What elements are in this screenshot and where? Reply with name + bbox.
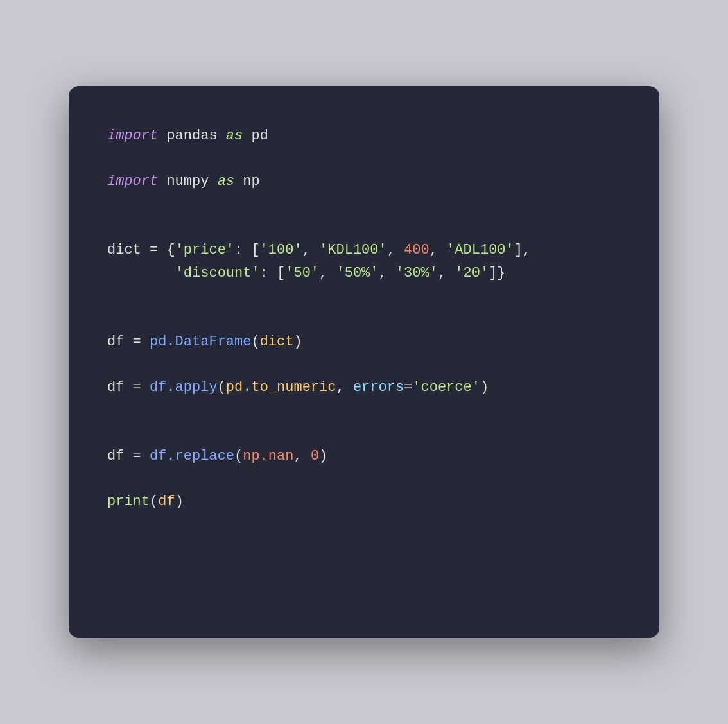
op-eq-2: = bbox=[133, 334, 150, 350]
blank-9 bbox=[107, 467, 621, 490]
line-df2: df = df.apply(pd.to_numeric, errors='coe… bbox=[107, 376, 621, 399]
blank-5 bbox=[107, 307, 621, 331]
str-price: 'price' bbox=[175, 242, 234, 258]
eq-errors: = bbox=[404, 379, 412, 395]
arg-df-print: df bbox=[158, 494, 175, 510]
blank-2 bbox=[107, 193, 621, 216]
comma-5: , bbox=[379, 265, 395, 281]
close-dict: ]} bbox=[489, 265, 505, 281]
paren-open-2: ( bbox=[218, 379, 226, 395]
comma-1: , bbox=[302, 242, 319, 258]
paren-open-1: ( bbox=[251, 334, 259, 350]
colon-2: : [ bbox=[260, 265, 286, 281]
paren-close-2: ) bbox=[480, 379, 489, 395]
code-container: import pandas as pd import numpy as np d… bbox=[69, 86, 659, 638]
str-50pct: '50%' bbox=[336, 265, 378, 281]
var-df-2: df bbox=[107, 379, 133, 395]
str-coerce: 'coerce' bbox=[412, 379, 480, 395]
line-dict-1: dict = {'price': ['100', 'KDL100', 400, … bbox=[107, 239, 621, 261]
alias-np: np bbox=[234, 173, 260, 189]
str-adl100: 'ADL100' bbox=[446, 242, 514, 258]
comma-7: , bbox=[336, 379, 352, 395]
arg-dict: dict bbox=[260, 334, 294, 350]
arg-zero: 0 bbox=[311, 448, 319, 464]
line-dict-2: 'discount': ['50', '50%', '30%', '20']} bbox=[107, 262, 621, 284]
line-df1: df = pd.DataFrame(dict) bbox=[107, 331, 621, 353]
num-400: 400 bbox=[404, 242, 429, 258]
str-kdl100: 'KDL100' bbox=[319, 242, 387, 258]
blank-6 bbox=[107, 353, 621, 376]
comma-6: , bbox=[438, 265, 455, 281]
code-block: import pandas as pd import numpy as np d… bbox=[107, 125, 621, 513]
blank-8 bbox=[107, 422, 621, 445]
kw-errors: errors bbox=[353, 379, 404, 395]
op-eq-1: = bbox=[150, 242, 166, 258]
paren-close-4: ) bbox=[175, 494, 184, 510]
alias-pd: pd bbox=[243, 128, 268, 144]
arg-to-numeric: pd.to_numeric bbox=[226, 379, 336, 395]
brace-open: { bbox=[166, 242, 175, 258]
str-20: '20' bbox=[455, 265, 489, 281]
method-df-apply: df.apply bbox=[150, 379, 218, 395]
arg-np-nan: np.nan bbox=[243, 448, 293, 464]
var-dict: dict bbox=[107, 242, 150, 258]
colon-1: : [ bbox=[234, 242, 260, 258]
lib-pandas: pandas bbox=[158, 128, 226, 144]
paren-close-1: ) bbox=[293, 334, 302, 350]
paren-open-4: ( bbox=[150, 494, 158, 510]
comma-8: , bbox=[293, 448, 310, 464]
lib-numpy: numpy bbox=[158, 173, 217, 189]
method-df-replace: df.replace bbox=[150, 448, 234, 464]
op-eq-3: = bbox=[133, 379, 150, 395]
op-eq-4: = bbox=[133, 448, 150, 464]
method-pd-dataframe: pd.DataFrame bbox=[150, 334, 251, 350]
comma-3: , bbox=[429, 242, 446, 258]
indent-discount bbox=[107, 265, 175, 281]
blank-4 bbox=[107, 284, 621, 307]
line-df3: df = df.replace(np.nan, 0) bbox=[107, 445, 621, 467]
keyword-as-2: as bbox=[218, 173, 234, 189]
blank-3 bbox=[107, 216, 621, 239]
str-discount: 'discount' bbox=[175, 265, 260, 281]
line-print: print(df) bbox=[107, 490, 621, 513]
bracket-close-1: ], bbox=[514, 242, 531, 258]
str-30pct: '30%' bbox=[395, 265, 438, 281]
var-df-3: df bbox=[107, 448, 133, 464]
var-df-1: df bbox=[107, 334, 133, 350]
keyword-import-1: import bbox=[107, 128, 158, 144]
str-100: '100' bbox=[260, 242, 302, 258]
paren-close-3: ) bbox=[319, 448, 327, 464]
comma-2: , bbox=[387, 242, 404, 258]
line-1: import pandas as pd bbox=[107, 125, 621, 147]
line-2: import numpy as np bbox=[107, 170, 621, 193]
comma-4: , bbox=[319, 265, 336, 281]
blank-7 bbox=[107, 399, 621, 422]
kw-print: print bbox=[107, 494, 150, 510]
blank-1 bbox=[107, 147, 621, 170]
str-50: '50' bbox=[285, 265, 319, 281]
keyword-as-1: as bbox=[226, 128, 243, 144]
paren-open-3: ( bbox=[234, 448, 243, 464]
keyword-import-2: import bbox=[107, 173, 158, 189]
